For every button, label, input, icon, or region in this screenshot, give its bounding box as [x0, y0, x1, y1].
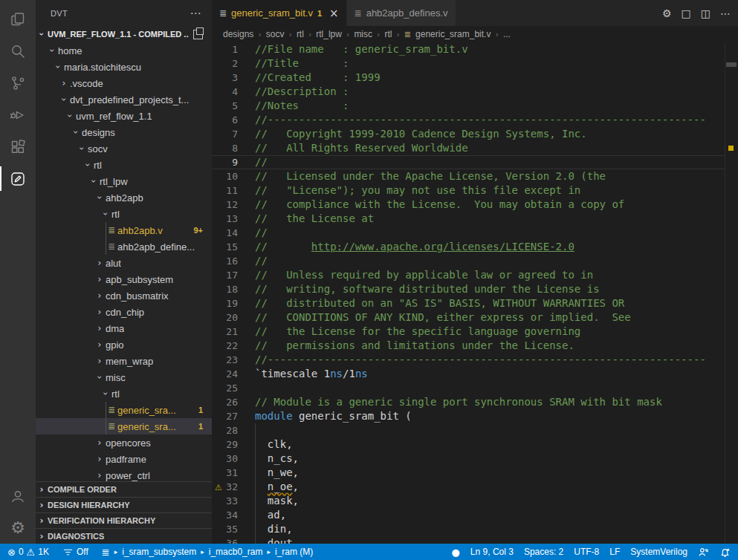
open-editors-icon[interactable]: [193, 30, 203, 39]
tree-item-maria-stoichitescu[interactable]: ›maria.stoichitescu: [36, 59, 212, 75]
tree-item-opencores[interactable]: ›opencores: [36, 434, 212, 451]
breadcrumb-item-rtl-lpw[interactable]: rtl_lpw: [316, 29, 342, 39]
activity-bar-item-search[interactable]: [0, 35, 36, 67]
breadcrumb-item-rtl[interactable]: rtl: [384, 29, 392, 39]
code-line[interactable]: 26// Module is a generic single port syn…: [212, 395, 725, 409]
code-line[interactable]: 3//Created : 1999: [212, 71, 725, 85]
tree-item-apb-subsystem[interactable]: ›apb_subsystem: [36, 271, 212, 287]
problems-status[interactable]: ⊗0⚠1K: [7, 547, 49, 557]
code-line[interactable]: 21// the License for the specific langua…: [212, 325, 725, 339]
close-icon[interactable]: ×: [329, 7, 339, 20]
code-line[interactable]: 7// Copyright 1999-2010 Cadence Design S…: [212, 127, 725, 141]
tree-item-ahb2apb-v[interactable]: ≣ahb2apb.v9+: [36, 222, 212, 238]
breadcrumb-item-misc[interactable]: misc: [354, 29, 372, 39]
code-line[interactable]: 14//: [212, 226, 725, 240]
progress-circle-icon[interactable]: ●: [452, 547, 460, 557]
activity-bar-item-extensions[interactable]: [0, 131, 36, 163]
panel-header-compile-order[interactable]: ›COMPILE ORDER: [36, 481, 212, 497]
tab-generic-sram-bit-v[interactable]: ≣generic_sram_bit.v1×: [212, 0, 347, 26]
code-line[interactable]: 22// permissions and limitations under t…: [212, 339, 725, 353]
tree-item-cdn-busmatrix[interactable]: ›cdn_busmatrix: [36, 287, 212, 304]
tree-item-ahb2apb[interactable]: ›ahb2apb: [36, 189, 212, 206]
tree-item-rtl[interactable]: ›rtl: [36, 385, 212, 402]
code-line[interactable]: 28: [212, 423, 725, 437]
tab-ahb2apb-defines-v[interactable]: ≣ahb2apb_defines.v: [347, 0, 456, 26]
breadcrumb-item-socv[interactable]: socv: [266, 29, 285, 39]
tree-section-header[interactable]: › UVM_REF_FLOW_1.1 - COMPILED ...: [36, 26, 212, 42]
code-line[interactable]: 8// All Rights Reserved Worldwide: [212, 141, 725, 155]
activity-bar-item-settings[interactable]: ⚙: [0, 512, 36, 544]
code-line[interactable]: 16//: [212, 254, 725, 268]
tree-item-vscode[interactable]: ›.vscode: [36, 75, 212, 91]
activity-bar-item-accounts[interactable]: [0, 480, 36, 512]
code-line[interactable]: 1//File name : generic_sram_bit.v: [212, 42, 725, 56]
more-actions-icon[interactable]: ⋯: [720, 8, 731, 19]
settings-gear-icon[interactable]: ⚙: [662, 8, 672, 19]
panel-header-diagnostics[interactable]: ›DIAGNOSTICS: [36, 528, 212, 544]
tree-item-rtl-lpw[interactable]: ›rtl_lpw: [36, 173, 212, 189]
code-line[interactable]: 6//-------------------------------------…: [212, 113, 725, 127]
feedback-icon[interactable]: [698, 547, 709, 558]
panel-header-design-hierarchy[interactable]: ›DESIGN HIERARCHY: [36, 497, 212, 512]
code-line[interactable]: 17// Unless required by applicable law o…: [212, 268, 725, 282]
code-line[interactable]: 12// compliance with the License. You ma…: [212, 198, 725, 212]
tree-item-ahb2apb-define[interactable]: ≣ahb2apb_define...: [36, 238, 212, 255]
split-editor-icon[interactable]: ◫: [701, 8, 711, 19]
encoding[interactable]: UTF-8: [574, 547, 599, 557]
cursor-position[interactable]: Ln 9, Col 3: [470, 547, 514, 557]
breadcrumb-item-generic-sram-bit-v[interactable]: generic_sram_bit.v: [415, 29, 491, 39]
activity-bar-item-dvt[interactable]: [0, 163, 36, 195]
code-line[interactable]: 19// distributed on an "AS IS" BASIS, WI…: [212, 296, 725, 310]
tree-item-power-ctrl[interactable]: ›power_ctrl: [36, 467, 212, 481]
tree-item-rtl[interactable]: ›rtl: [36, 206, 212, 222]
eol[interactable]: LF: [609, 547, 620, 557]
bell-icon[interactable]: [719, 547, 731, 558]
code-line[interactable]: 4//Description :: [212, 85, 725, 99]
code-line[interactable]: 9//: [212, 155, 725, 169]
tree-item-gpio[interactable]: ›gpio: [36, 336, 212, 353]
breadcrumb-item-rtl[interactable]: rtl: [297, 29, 304, 39]
breadcrumb-item-designs[interactable]: designs: [223, 29, 253, 39]
tree-item-alut[interactable]: ›alut: [36, 255, 212, 271]
code-line[interactable]: ⚠32 n_oe,: [212, 480, 725, 494]
code-line[interactable]: 30 n_cs,: [212, 452, 725, 466]
tree-item-misc[interactable]: ›misc: [36, 369, 212, 385]
tree-item-padframe[interactable]: ›padframe: [36, 451, 212, 467]
code-line[interactable]: 2//Title :: [212, 56, 725, 71]
layout-square-icon[interactable]: □: [682, 8, 691, 19]
activity-bar-item-run-debug[interactable]: [0, 99, 36, 131]
code-line[interactable]: 31 n_we,: [212, 466, 725, 480]
tree-item-generic-sra[interactable]: ≣generic_sra...1: [36, 418, 212, 434]
language-mode[interactable]: SystemVerilog: [630, 547, 687, 557]
tree-item-designs[interactable]: ›designs: [36, 124, 212, 140]
code-editor[interactable]: 1//File name : generic_sram_bit.v2//Titl…: [212, 42, 725, 544]
tree-item-home[interactable]: ›home: [36, 42, 212, 59]
tree-item-dvt-predefined-projects-t[interactable]: ›dvt_predefined_projects_t...: [36, 91, 212, 108]
code-line[interactable]: 11// "License"); you may not use this fi…: [212, 183, 725, 198]
more-actions-icon[interactable]: ⋯: [190, 7, 201, 20]
code-line[interactable]: 29 clk,: [212, 437, 725, 452]
panel-header-verification-hierarchy[interactable]: ›VERIFICATION HIERARCHY: [36, 512, 212, 528]
tree-item-uvm-ref-flow-1-1[interactable]: ›uvm_ref_flow_1.1: [36, 108, 212, 124]
tree-item-mem-wrap[interactable]: ›mem_wrap: [36, 353, 212, 369]
code-line[interactable]: 36 dout: [212, 536, 725, 544]
code-line[interactable]: 20// CONDITIONS OF ANY KIND, either expr…: [212, 310, 725, 325]
code-line[interactable]: 24`timescale 1ns/1ns: [212, 367, 725, 381]
code-line[interactable]: 5//Notes :: [212, 99, 725, 113]
code-line[interactable]: 10// Licensed under the Apache License, …: [212, 169, 725, 183]
activity-bar-item-explorer[interactable]: [0, 3, 36, 35]
tree-item-socv[interactable]: ›socv: [36, 140, 212, 157]
breadcrumb-item-item[interactable]: ...: [503, 29, 511, 39]
code-line[interactable]: 34 ad,: [212, 508, 725, 522]
tree-item-rtl[interactable]: ›rtl: [36, 157, 212, 173]
indentation[interactable]: Spaces: 2: [524, 547, 563, 557]
design-hierarchy-path[interactable]: ≣▸i_sram_subsystem▸i_macb0_ram▸i_ram (M): [102, 547, 314, 557]
scrollbar-thumb[interactable]: [726, 62, 737, 67]
code-line[interactable]: 35 din,: [212, 522, 725, 536]
code-line[interactable]: 27module generic_sram_bit (: [212, 409, 725, 423]
tree-item-cdn-chip[interactable]: ›cdn_chip: [36, 304, 212, 320]
code-line[interactable]: 25: [212, 381, 725, 395]
code-line[interactable]: 18// writing, software distributed under…: [212, 282, 725, 296]
tree-item-generic-sra[interactable]: ≣generic_sra...1: [36, 402, 212, 418]
code-line[interactable]: 23//------------------------------------…: [212, 353, 725, 367]
